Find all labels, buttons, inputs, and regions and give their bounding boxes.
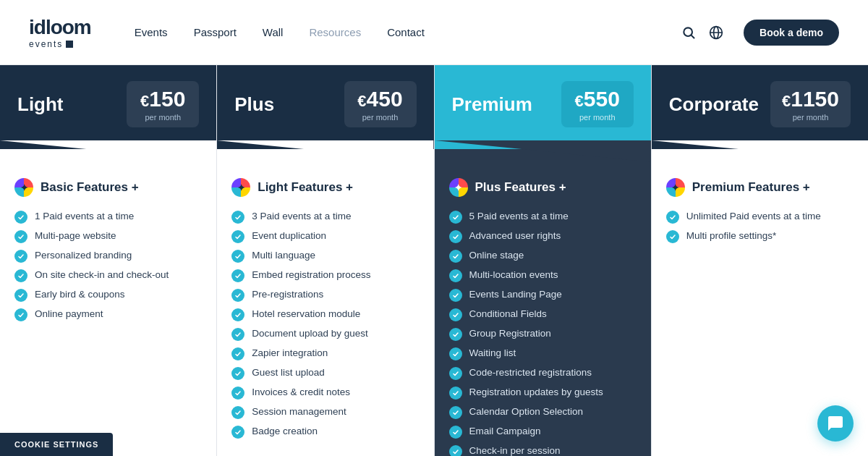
nav-events[interactable]: Events — [135, 26, 168, 38]
plan-premium-name: Premium — [452, 93, 532, 116]
nav-resources[interactable]: Resources — [309, 26, 361, 38]
plan-light-per: per month — [138, 113, 187, 122]
check-icon — [231, 250, 244, 263]
check-icon — [449, 308, 462, 321]
list-item: 3 Paid events at a time — [231, 210, 419, 224]
check-icon — [231, 367, 244, 380]
check-icon — [231, 269, 244, 282]
plan-light-price-box: €150 per month — [127, 81, 199, 127]
chat-bubble-button[interactable] — [817, 405, 854, 442]
check-icon — [231, 230, 244, 243]
list-item: Advanced user rights — [449, 229, 637, 243]
chat-icon — [827, 415, 844, 432]
list-item: Zapier integration — [231, 347, 419, 360]
plan-corporate-header: Corporate €1150 per month — [652, 65, 868, 149]
list-item: Early bird & coupons — [14, 288, 202, 302]
language-button[interactable] — [709, 25, 723, 40]
list-item: Conditional Fields — [449, 308, 637, 321]
logo: idloom events — [29, 16, 91, 49]
svg-marker-7 — [435, 140, 651, 162]
list-item: Code-restricted registrations — [449, 366, 637, 380]
nav-passport[interactable]: Passport — [194, 26, 237, 38]
plan-plus-amount: 450 — [367, 87, 403, 111]
check-icon — [449, 347, 462, 360]
plan-light-feature-icon: ✦ — [14, 178, 33, 197]
plan-light-features: 1 Paid events at a time Multi-page websi… — [14, 210, 202, 321]
svg-marker-6 — [217, 140, 433, 162]
check-icon — [449, 445, 462, 456]
nav-contact[interactable]: Contact — [387, 26, 425, 38]
list-item: Multi language — [231, 249, 419, 263]
list-item: Embed registration process — [231, 269, 419, 282]
list-item: Invoices & credit notes — [231, 386, 419, 400]
list-item: Registration updates by guests — [449, 386, 637, 400]
plan-light-header: Light €150 per month — [0, 65, 216, 149]
check-icon — [231, 328, 244, 341]
plan-premium-price: €550 — [573, 87, 622, 111]
plan-premium-feature-title: ✦ Plus Features + — [449, 178, 637, 197]
list-item: Unlimited Paid events at a time — [666, 210, 854, 224]
nav-wall[interactable]: Wall — [263, 26, 284, 38]
list-item: Multi profile settings* — [666, 229, 854, 243]
plan-corporate-price: €1150 — [782, 87, 839, 111]
list-item: Check-in per session — [449, 444, 637, 456]
plan-corporate-euro: € — [782, 92, 791, 110]
list-item: Online stage — [449, 249, 637, 263]
check-icon — [666, 211, 679, 224]
plan-premium-amount: 550 — [584, 87, 620, 111]
check-icon — [449, 367, 462, 380]
list-item: Badge creation — [231, 425, 419, 439]
check-icon — [14, 250, 27, 263]
check-icon — [449, 269, 462, 282]
globe-icon — [709, 25, 723, 40]
list-item: Pre-registrations — [231, 288, 419, 302]
logo-sub: events — [29, 39, 91, 49]
plan-plus-per: per month — [356, 113, 405, 122]
plan-light-amount: 150 — [149, 87, 185, 111]
check-icon — [14, 269, 27, 282]
list-item: 1 Paid events at a time — [14, 210, 202, 224]
plan-light-name: Light — [17, 93, 64, 116]
check-icon — [666, 230, 679, 243]
check-icon — [231, 308, 244, 321]
plan-corporate-per: per month — [782, 113, 839, 122]
plan-premium-features: 5 Paid events at a time Advanced user ri… — [449, 210, 637, 456]
plan-corporate-feature-title: ✦ Premium Features + — [666, 178, 854, 197]
plan-premium-per: per month — [573, 113, 622, 122]
check-icon — [449, 289, 462, 302]
plan-light-feature-title: ✦ Basic Features + — [14, 178, 202, 197]
check-icon — [449, 230, 462, 243]
search-button[interactable] — [681, 25, 696, 40]
book-demo-button[interactable]: Book a demo — [744, 20, 839, 46]
check-icon — [14, 230, 27, 243]
plan-plus-price: €450 — [356, 87, 405, 111]
plan-light-euro: € — [140, 92, 149, 110]
logo-square-icon — [66, 41, 73, 48]
svg-marker-5 — [0, 140, 216, 162]
list-item: Session management — [231, 405, 419, 419]
plan-plus-features: 3 Paid events at a time Event duplicatio… — [231, 210, 419, 439]
list-item: Document upload by guest — [231, 327, 419, 341]
plan-plus-header: Plus €450 per month — [217, 65, 433, 149]
plan-corporate-features: Unlimited Paid events at a time Multi pr… — [666, 210, 854, 243]
list-item: Calendar Option Selection — [449, 405, 637, 419]
list-item: Waiting list — [449, 347, 637, 360]
check-icon — [14, 308, 27, 321]
list-item: Multi-location events — [449, 269, 637, 282]
check-icon — [449, 426, 462, 439]
plan-plus-name: Plus — [234, 93, 274, 116]
check-icon — [231, 387, 244, 400]
list-item: Guest list upload — [231, 366, 419, 380]
cookie-settings-bar[interactable]: COOKIE SETTINGS — [0, 433, 113, 456]
check-icon — [231, 347, 244, 360]
plan-plus-feature-title: ✦ Light Features + — [231, 178, 419, 197]
list-item: Event duplication — [231, 229, 419, 243]
logo-text: idloom — [29, 16, 91, 39]
header: idloom events Events Passport Wall Resou… — [0, 0, 868, 65]
list-item: Email Campaign — [449, 425, 637, 439]
list-item: Multi-page website — [14, 229, 202, 243]
plan-light-price: €150 — [138, 87, 187, 111]
search-icon — [681, 25, 696, 40]
plan-light-body: ✦ Basic Features + 1 Paid events at a ti… — [0, 149, 216, 456]
check-icon — [231, 289, 244, 302]
